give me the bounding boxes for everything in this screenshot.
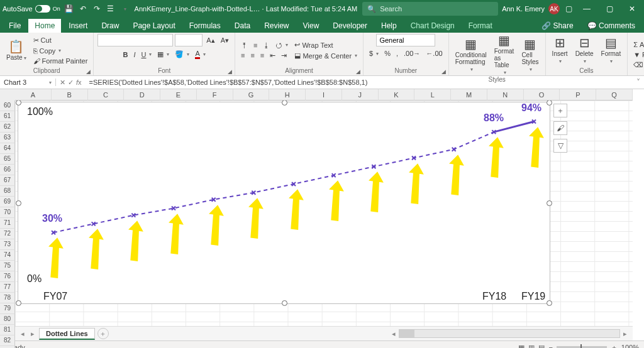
row-header[interactable]: 60 — [0, 101, 15, 111]
row-header[interactable]: 65 — [0, 154, 15, 165]
insert-cells-button[interactable]: ⊞Insert — [550, 36, 570, 64]
col-header[interactable]: F — [197, 89, 233, 101]
align-left-icon[interactable]: ≡ — [239, 51, 247, 60]
increase-font-icon[interactable]: A▴ — [204, 34, 216, 46]
row-header[interactable]: 69 — [0, 197, 15, 207]
minimize-button[interactable]: ― — [577, 4, 596, 13]
touch-mode-icon[interactable]: ☰ — [106, 4, 116, 14]
tab-formulas[interactable]: Formulas — [183, 19, 227, 33]
orientation-icon[interactable]: ⭯ — [274, 41, 290, 50]
fill-color-button[interactable]: 🪣 — [173, 49, 191, 60]
name-box-chevron-icon[interactable]: ▾ — [49, 80, 52, 85]
share-button[interactable]: 🔗 Share — [535, 19, 579, 33]
row-header[interactable]: 76 — [0, 271, 15, 282]
percent-button[interactable]: % — [382, 49, 392, 58]
format-as-table-button[interactable]: ▦Format as Table — [492, 34, 517, 75]
cell-styles-button[interactable]: ▦Cell Styles — [519, 38, 541, 72]
indent-inc-icon[interactable]: ⇥ — [279, 51, 289, 60]
col-header[interactable]: M — [451, 89, 487, 101]
row-header[interactable]: 64 — [0, 143, 15, 154]
tab-insert[interactable]: Insert — [62, 19, 94, 33]
col-header[interactable]: H — [269, 89, 306, 101]
tab-chart-design[interactable]: Chart Design — [404, 19, 461, 33]
tab-format[interactable]: Format — [462, 19, 499, 33]
row-header[interactable]: 75 — [0, 261, 15, 271]
row-header[interactable]: 61 — [0, 111, 15, 122]
view-page-layout-icon[interactable]: ▥ — [528, 344, 535, 349]
col-header[interactable]: P — [560, 89, 596, 101]
chart-object[interactable]: ＋ 🖌 ▽ 100% 0% FY07 FY18 FY19 30% 88% 94% — [18, 102, 550, 304]
search-input[interactable]: 🔍 Search — [362, 2, 498, 16]
zoom-in-button[interactable]: ＋ — [611, 343, 618, 349]
row-header[interactable]: 63 — [0, 133, 15, 143]
align-top-icon[interactable]: ⭱ — [239, 41, 250, 50]
tab-help[interactable]: Help — [375, 19, 403, 33]
enter-entry-icon[interactable]: ✓ — [68, 79, 74, 87]
format-cells-button[interactable]: ▤Format — [599, 36, 624, 64]
format-painter-button[interactable]: 🖌 Format Painter — [31, 57, 90, 65]
tab-page-layout[interactable]: Page Layout — [126, 19, 181, 33]
redo-icon[interactable]: ↷ — [92, 4, 102, 14]
italic-button[interactable]: I — [131, 49, 137, 60]
align-middle-icon[interactable]: ≡ — [252, 41, 259, 50]
decrease-font-icon[interactable]: A▾ — [219, 34, 231, 46]
chart-styles-button[interactable]: 🖌 — [553, 121, 567, 135]
close-button[interactable]: ✕ — [623, 4, 641, 13]
tab-review[interactable]: Review — [258, 19, 295, 33]
comma-button[interactable]: , — [394, 49, 400, 58]
col-header[interactable]: L — [414, 89, 451, 101]
row-header[interactable]: 73 — [0, 239, 15, 250]
hscroll-left-icon[interactable]: ◂ — [390, 330, 397, 338]
ribbon-display-icon[interactable]: ▢ — [564, 4, 574, 14]
autosum-button[interactable]: Σ AutoSum — [631, 40, 644, 49]
fill-button[interactable]: ▼ Fill — [631, 50, 644, 59]
row-header[interactable]: 82 — [0, 335, 15, 346]
add-sheet-button[interactable]: ＋ — [97, 328, 109, 339]
chart-filter-button[interactable]: ▽ — [553, 139, 567, 153]
paste-button[interactable]: 📋Paste — [4, 40, 29, 61]
font-color-button[interactable]: A — [193, 49, 207, 60]
cancel-entry-icon[interactable]: ✕ — [60, 79, 65, 87]
underline-button[interactable]: U — [140, 49, 154, 60]
col-header[interactable]: G — [233, 89, 270, 101]
row-header[interactable]: 72 — [0, 229, 15, 239]
col-header[interactable]: Q — [596, 89, 633, 101]
undo-icon[interactable]: ↶ — [78, 4, 88, 14]
row-header[interactable]: 79 — [0, 303, 15, 314]
row-header[interactable]: 81 — [0, 325, 15, 335]
tab-view[interactable]: View — [297, 19, 326, 33]
col-header[interactable]: O — [524, 89, 560, 101]
col-header[interactable]: J — [342, 89, 379, 101]
view-normal-icon[interactable]: ▦ — [518, 344, 525, 349]
hscroll-right-icon[interactable]: ▸ — [621, 330, 629, 338]
chart-series[interactable] — [18, 102, 550, 303]
qat-more-icon[interactable] — [119, 4, 130, 14]
cut-button[interactable]: ✂ Cut — [31, 36, 90, 45]
clipboard-launcher[interactable]: ◢ — [86, 68, 91, 75]
row-header[interactable]: 70 — [0, 207, 15, 218]
row-header[interactable]: 67 — [0, 175, 15, 186]
bold-button[interactable]: B — [121, 49, 130, 60]
scroll-thumb[interactable] — [399, 330, 414, 337]
maximize-button[interactable]: ▢ — [600, 4, 619, 13]
wrap-text-button[interactable]: ↩ Wrap Text — [292, 40, 359, 50]
col-header[interactable]: B — [52, 89, 88, 101]
col-header[interactable]: E — [160, 89, 197, 101]
font-launcher[interactable]: ◢ — [228, 68, 232, 75]
col-header[interactable]: I — [306, 89, 342, 101]
row-header[interactable]: 74 — [0, 250, 15, 261]
row-header[interactable]: 80 — [0, 314, 15, 325]
horizontal-scrollbar[interactable] — [399, 329, 620, 338]
avatar[interactable]: AK — [548, 3, 560, 14]
dec-decimal-button[interactable]: ←.00 — [424, 49, 444, 58]
row-header[interactable]: 77 — [0, 282, 15, 293]
align-right-icon[interactable]: ≡ — [258, 51, 266, 60]
number-format-select[interactable] — [376, 34, 435, 46]
row-header[interactable]: 62 — [0, 122, 15, 133]
fx-icon[interactable]: fx — [76, 79, 82, 87]
tab-developer[interactable]: Developer — [326, 19, 374, 33]
tab-file[interactable]: File — [3, 19, 27, 33]
col-header[interactable]: C — [88, 89, 125, 101]
chart-elements-button[interactable]: ＋ — [553, 104, 567, 117]
align-bottom-icon[interactable]: ⭳ — [261, 41, 272, 50]
